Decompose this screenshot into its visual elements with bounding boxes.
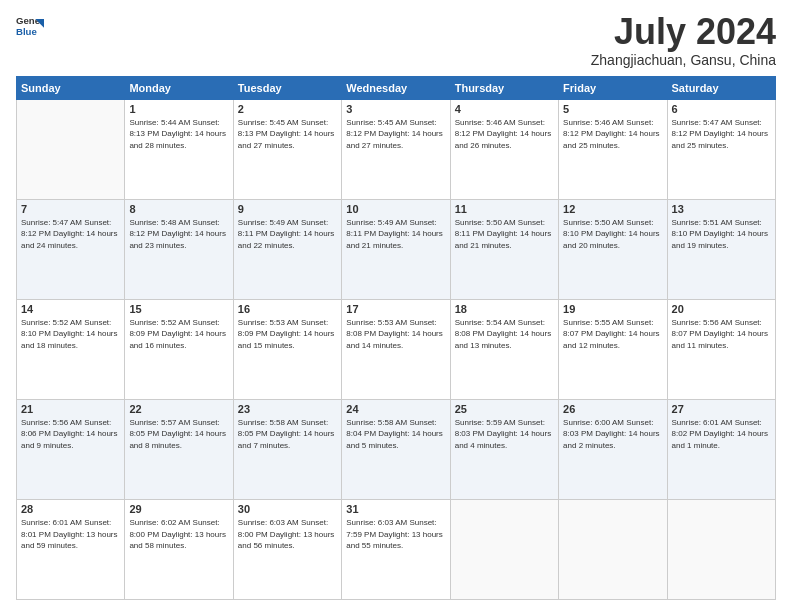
day-number: 4: [455, 103, 554, 115]
day-number: 22: [129, 403, 228, 415]
day-info: Sunrise: 5:45 AM Sunset: 8:12 PM Dayligh…: [346, 117, 445, 152]
day-number: 21: [21, 403, 120, 415]
day-number: 1: [129, 103, 228, 115]
table-row: 20Sunrise: 5:56 AM Sunset: 8:07 PM Dayli…: [667, 299, 775, 399]
day-number: 31: [346, 503, 445, 515]
table-row: 9Sunrise: 5:49 AM Sunset: 8:11 PM Daylig…: [233, 199, 341, 299]
day-info: Sunrise: 5:52 AM Sunset: 8:09 PM Dayligh…: [129, 317, 228, 352]
logo-icon: General Blue: [16, 12, 44, 40]
day-number: 23: [238, 403, 337, 415]
table-row: 8Sunrise: 5:48 AM Sunset: 8:12 PM Daylig…: [125, 199, 233, 299]
day-info: Sunrise: 5:54 AM Sunset: 8:08 PM Dayligh…: [455, 317, 554, 352]
day-info: Sunrise: 6:00 AM Sunset: 8:03 PM Dayligh…: [563, 417, 662, 452]
col-sunday: Sunday: [17, 76, 125, 99]
col-wednesday: Wednesday: [342, 76, 450, 99]
table-row: 24Sunrise: 5:58 AM Sunset: 8:04 PM Dayli…: [342, 399, 450, 499]
day-info: Sunrise: 5:53 AM Sunset: 8:08 PM Dayligh…: [346, 317, 445, 352]
calendar-week-3: 14Sunrise: 5:52 AM Sunset: 8:10 PM Dayli…: [17, 299, 776, 399]
table-row: 10Sunrise: 5:49 AM Sunset: 8:11 PM Dayli…: [342, 199, 450, 299]
day-number: 16: [238, 303, 337, 315]
day-info: Sunrise: 5:56 AM Sunset: 8:06 PM Dayligh…: [21, 417, 120, 452]
table-row: 17Sunrise: 5:53 AM Sunset: 8:08 PM Dayli…: [342, 299, 450, 399]
day-number: 14: [21, 303, 120, 315]
calendar-week-2: 7Sunrise: 5:47 AM Sunset: 8:12 PM Daylig…: [17, 199, 776, 299]
day-info: Sunrise: 6:02 AM Sunset: 8:00 PM Dayligh…: [129, 517, 228, 552]
day-info: Sunrise: 5:58 AM Sunset: 8:05 PM Dayligh…: [238, 417, 337, 452]
table-row: 22Sunrise: 5:57 AM Sunset: 8:05 PM Dayli…: [125, 399, 233, 499]
col-thursday: Thursday: [450, 76, 558, 99]
table-row: [17, 99, 125, 199]
day-number: 13: [672, 203, 771, 215]
header: General Blue July 2024 Zhangjiachuan, Ga…: [16, 12, 776, 68]
day-number: 28: [21, 503, 120, 515]
day-number: 30: [238, 503, 337, 515]
day-info: Sunrise: 5:59 AM Sunset: 8:03 PM Dayligh…: [455, 417, 554, 452]
table-row: 30Sunrise: 6:03 AM Sunset: 8:00 PM Dayli…: [233, 499, 341, 599]
day-info: Sunrise: 5:46 AM Sunset: 8:12 PM Dayligh…: [563, 117, 662, 152]
month-title: July 2024: [591, 12, 776, 52]
day-number: 10: [346, 203, 445, 215]
header-row: Sunday Monday Tuesday Wednesday Thursday…: [17, 76, 776, 99]
table-row: 16Sunrise: 5:53 AM Sunset: 8:09 PM Dayli…: [233, 299, 341, 399]
day-number: 8: [129, 203, 228, 215]
day-number: 15: [129, 303, 228, 315]
svg-text:Blue: Blue: [16, 26, 37, 37]
table-row: 15Sunrise: 5:52 AM Sunset: 8:09 PM Dayli…: [125, 299, 233, 399]
day-info: Sunrise: 5:55 AM Sunset: 8:07 PM Dayligh…: [563, 317, 662, 352]
day-info: Sunrise: 6:03 AM Sunset: 8:00 PM Dayligh…: [238, 517, 337, 552]
table-row: [559, 499, 667, 599]
day-info: Sunrise: 5:50 AM Sunset: 8:10 PM Dayligh…: [563, 217, 662, 252]
day-info: Sunrise: 5:49 AM Sunset: 8:11 PM Dayligh…: [346, 217, 445, 252]
logo: General Blue: [16, 12, 44, 40]
day-info: Sunrise: 5:56 AM Sunset: 8:07 PM Dayligh…: [672, 317, 771, 352]
table-row: 13Sunrise: 5:51 AM Sunset: 8:10 PM Dayli…: [667, 199, 775, 299]
day-number: 27: [672, 403, 771, 415]
day-info: Sunrise: 5:44 AM Sunset: 8:13 PM Dayligh…: [129, 117, 228, 152]
day-number: 9: [238, 203, 337, 215]
day-number: 7: [21, 203, 120, 215]
day-number: 19: [563, 303, 662, 315]
calendar-week-4: 21Sunrise: 5:56 AM Sunset: 8:06 PM Dayli…: [17, 399, 776, 499]
title-block: July 2024 Zhangjiachuan, Gansu, China: [591, 12, 776, 68]
day-number: 20: [672, 303, 771, 315]
day-number: 25: [455, 403, 554, 415]
table-row: 25Sunrise: 5:59 AM Sunset: 8:03 PM Dayli…: [450, 399, 558, 499]
day-info: Sunrise: 5:53 AM Sunset: 8:09 PM Dayligh…: [238, 317, 337, 352]
table-row: 27Sunrise: 6:01 AM Sunset: 8:02 PM Dayli…: [667, 399, 775, 499]
table-row: 31Sunrise: 6:03 AM Sunset: 7:59 PM Dayli…: [342, 499, 450, 599]
day-info: Sunrise: 6:01 AM Sunset: 8:02 PM Dayligh…: [672, 417, 771, 452]
calendar-table: Sunday Monday Tuesday Wednesday Thursday…: [16, 76, 776, 600]
calendar-week-5: 28Sunrise: 6:01 AM Sunset: 8:01 PM Dayli…: [17, 499, 776, 599]
day-info: Sunrise: 5:47 AM Sunset: 8:12 PM Dayligh…: [21, 217, 120, 252]
col-monday: Monday: [125, 76, 233, 99]
table-row: 14Sunrise: 5:52 AM Sunset: 8:10 PM Dayli…: [17, 299, 125, 399]
day-number: 24: [346, 403, 445, 415]
table-row: 11Sunrise: 5:50 AM Sunset: 8:11 PM Dayli…: [450, 199, 558, 299]
day-info: Sunrise: 6:01 AM Sunset: 8:01 PM Dayligh…: [21, 517, 120, 552]
table-row: 7Sunrise: 5:47 AM Sunset: 8:12 PM Daylig…: [17, 199, 125, 299]
day-info: Sunrise: 5:48 AM Sunset: 8:12 PM Dayligh…: [129, 217, 228, 252]
table-row: 3Sunrise: 5:45 AM Sunset: 8:12 PM Daylig…: [342, 99, 450, 199]
day-number: 29: [129, 503, 228, 515]
table-row: 29Sunrise: 6:02 AM Sunset: 8:00 PM Dayli…: [125, 499, 233, 599]
day-number: 5: [563, 103, 662, 115]
subtitle: Zhangjiachuan, Gansu, China: [591, 52, 776, 68]
table-row: 4Sunrise: 5:46 AM Sunset: 8:12 PM Daylig…: [450, 99, 558, 199]
day-number: 17: [346, 303, 445, 315]
table-row: 26Sunrise: 6:00 AM Sunset: 8:03 PM Dayli…: [559, 399, 667, 499]
day-info: Sunrise: 5:51 AM Sunset: 8:10 PM Dayligh…: [672, 217, 771, 252]
day-number: 3: [346, 103, 445, 115]
table-row: [667, 499, 775, 599]
day-number: 2: [238, 103, 337, 115]
table-row: 28Sunrise: 6:01 AM Sunset: 8:01 PM Dayli…: [17, 499, 125, 599]
day-info: Sunrise: 5:46 AM Sunset: 8:12 PM Dayligh…: [455, 117, 554, 152]
col-friday: Friday: [559, 76, 667, 99]
day-info: Sunrise: 5:49 AM Sunset: 8:11 PM Dayligh…: [238, 217, 337, 252]
table-row: 21Sunrise: 5:56 AM Sunset: 8:06 PM Dayli…: [17, 399, 125, 499]
day-number: 11: [455, 203, 554, 215]
day-info: Sunrise: 5:58 AM Sunset: 8:04 PM Dayligh…: [346, 417, 445, 452]
page: General Blue July 2024 Zhangjiachuan, Ga…: [0, 0, 792, 612]
day-info: Sunrise: 5:52 AM Sunset: 8:10 PM Dayligh…: [21, 317, 120, 352]
table-row: 6Sunrise: 5:47 AM Sunset: 8:12 PM Daylig…: [667, 99, 775, 199]
day-number: 12: [563, 203, 662, 215]
